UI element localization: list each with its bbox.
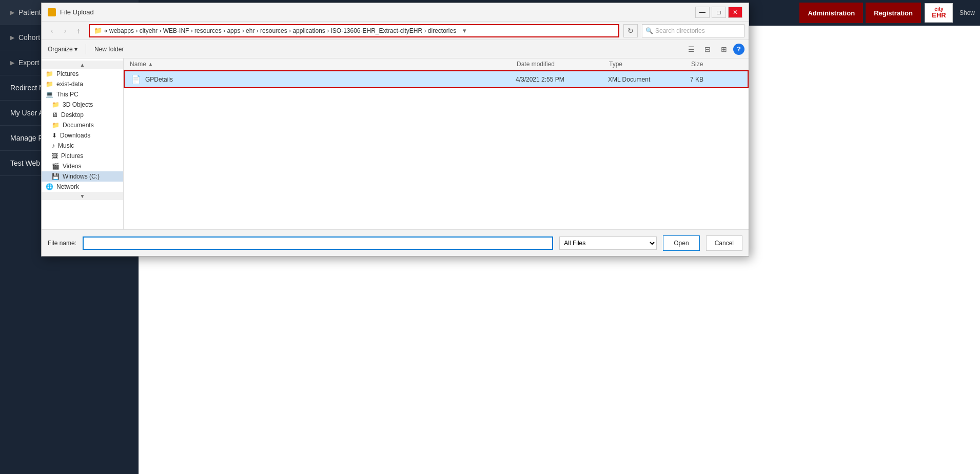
- tree-music-icon: ♪: [52, 142, 55, 149]
- column-size[interactable]: Size: [691, 61, 742, 68]
- close-button[interactable]: ✕: [728, 7, 742, 18]
- administration-button[interactable]: Administration: [799, 3, 863, 23]
- help-button[interactable]: ?: [733, 44, 744, 55]
- tree-pictures2-icon: 🖼: [52, 152, 58, 160]
- tree-downloads-icon: ⬇: [52, 132, 57, 139]
- expand-arrow-icon: ▶: [10, 9, 14, 16]
- expand-arrow-icon: ▶: [10, 60, 14, 66]
- tree-3d-objects-icon: 📁: [52, 101, 60, 108]
- file-name-cell: 📄 GPDetails: [131, 74, 516, 84]
- tree-videos-icon: 🎬: [52, 163, 60, 170]
- tree-this-pc-icon: 💻: [46, 91, 53, 98]
- tree-item-network[interactable]: 🌐 Network: [42, 182, 123, 192]
- tree-item-music[interactable]: ♪ Music: [42, 141, 123, 151]
- logo: cityEHR: [924, 3, 954, 23]
- dialog-folder-icon: [48, 8, 56, 16]
- filename-label: File name:: [48, 240, 76, 247]
- file-list: Name ▲ Date modified Type Size 📄 GPDetai…: [124, 58, 749, 229]
- breadcrumb-folder-icon: 📁: [94, 27, 102, 34]
- filename-input[interactable]: [83, 236, 553, 250]
- tree-item-videos[interactable]: 🎬 Videos: [42, 161, 123, 171]
- tree-item-desktop[interactable]: 🖥 Desktop: [42, 110, 123, 120]
- search-placeholder: Search directories: [655, 27, 705, 34]
- toolbar: Organize ▾ New folder ☰ ⊟ ⊞ ?: [42, 40, 749, 58]
- search-icon: 🔍: [645, 27, 653, 34]
- show-label: Show: [959, 9, 975, 16]
- file-area: ▲ 📁 Pictures 📁 exist-data 💻 This PC 📁 3D…: [42, 58, 749, 229]
- logo-box: cityEHR: [925, 3, 953, 23]
- tree-documents-icon: 📁: [52, 122, 60, 129]
- tree-item-this-pc[interactable]: 💻 This PC: [42, 89, 123, 100]
- nav-arrows: ‹ › ↑: [46, 25, 85, 37]
- view-grid-button[interactable]: ⊞: [717, 43, 731, 55]
- tree-scroll-up[interactable]: ▲: [42, 61, 123, 69]
- tree-item-pictures2[interactable]: 🖼 Pictures: [42, 151, 123, 161]
- tree-scroll-down[interactable]: ▼: [42, 192, 123, 200]
- address-bar-text: « webapps › cityehr › WEB-INF › resource…: [104, 27, 456, 34]
- tree-desktop-icon: 🖥: [52, 111, 58, 118]
- tree-item-documents[interactable]: 📁 Documents: [42, 120, 123, 130]
- tree-item-windows-c[interactable]: 💾 Windows (C:): [42, 171, 123, 182]
- view-list-button[interactable]: ☰: [684, 43, 698, 55]
- tree-exist-data-icon: 📁: [46, 81, 53, 88]
- tree-item-downloads[interactable]: ⬇ Downloads: [42, 130, 123, 141]
- address-dropdown-button[interactable]: ▾: [458, 25, 471, 37]
- refresh-button[interactable]: ↻: [623, 24, 638, 37]
- registration-button[interactable]: Registration: [866, 3, 921, 23]
- tree-windows-icon: 💾: [52, 173, 60, 180]
- new-folder-button[interactable]: New folder: [92, 45, 126, 54]
- tree-item-pictures[interactable]: 📁 Pictures: [42, 69, 123, 79]
- dialog-title: File Upload: [60, 8, 94, 16]
- tree-item-3d-objects[interactable]: 📁 3D Objects: [42, 100, 123, 110]
- column-type[interactable]: Type: [609, 61, 691, 68]
- maximize-button[interactable]: □: [712, 7, 726, 18]
- up-button[interactable]: ↑: [72, 25, 85, 37]
- tree-pictures-icon: 📁: [46, 70, 53, 77]
- dialog-controls: — □ ✕: [695, 7, 742, 18]
- navigation-bar: ‹ › ↑ 📁 « webapps › cityehr › WEB-INF › …: [42, 22, 749, 40]
- view-buttons: ☰ ⊟ ⊞ ?: [684, 43, 744, 55]
- dialog-titlebar: File Upload — □ ✕: [42, 3, 749, 22]
- search-box[interactable]: 🔍 Search directories: [642, 24, 744, 37]
- dialog-title-left: File Upload: [48, 8, 94, 16]
- file-list-header: Name ▲ Date modified Type Size: [124, 58, 749, 70]
- sort-arrow-icon: ▲: [148, 62, 153, 67]
- tree-panel: ▲ 📁 Pictures 📁 exist-data 💻 This PC 📁 3D…: [42, 58, 124, 229]
- tree-item-exist-data[interactable]: 📁 exist-data: [42, 79, 123, 89]
- file-xml-icon: 📄: [131, 74, 141, 84]
- organize-button[interactable]: Organize ▾: [46, 45, 80, 54]
- minimize-button[interactable]: —: [695, 7, 710, 18]
- file-row-gpdetails[interactable]: 📄 GPDetails 4/3/2021 2:55 PM XML Documen…: [124, 70, 749, 88]
- address-bar[interactable]: 📁 « webapps › cityehr › WEB-INF › resour…: [89, 24, 619, 37]
- separator: [86, 44, 86, 54]
- file-upload-dialog: File Upload — □ ✕ ‹ › ↑ 📁 « webapps › ci…: [41, 3, 749, 256]
- bottom-bar: File name: All Files Open Cancel: [42, 229, 749, 256]
- back-button[interactable]: ‹: [46, 25, 58, 37]
- open-button[interactable]: Open: [663, 235, 699, 251]
- column-date[interactable]: Date modified: [517, 61, 609, 68]
- expand-arrow-icon: ▶: [10, 34, 14, 41]
- filetype-select[interactable]: All Files: [559, 236, 657, 250]
- tree-network-icon: 🌐: [46, 183, 53, 190]
- view-details-button[interactable]: ⊟: [700, 43, 715, 55]
- cancel-button[interactable]: Cancel: [706, 235, 742, 251]
- column-name[interactable]: Name ▲: [130, 61, 517, 68]
- forward-button[interactable]: ›: [59, 25, 71, 37]
